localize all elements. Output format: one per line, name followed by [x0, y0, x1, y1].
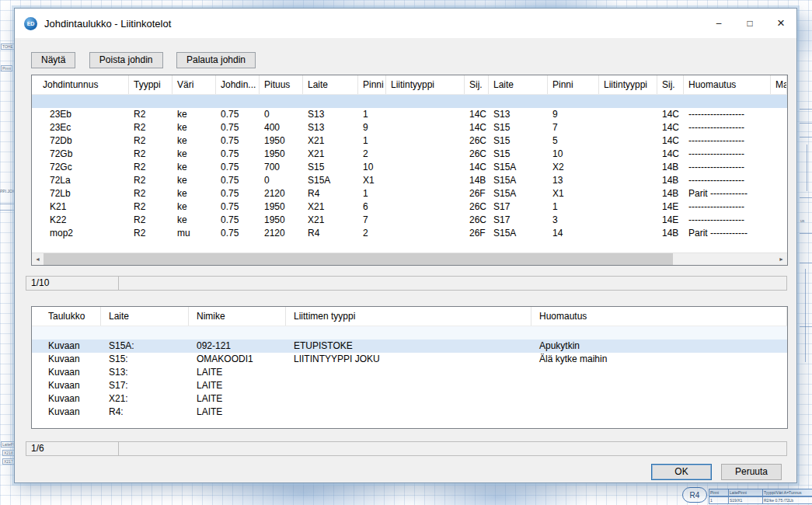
table-cell: Kuvaan	[32, 392, 101, 406]
table-cell	[599, 108, 657, 121]
column-header[interactable]: Liittimen tyyppi	[286, 307, 531, 326]
table-cell	[531, 406, 787, 419]
table-row[interactable]: KuvaanX21:LAITE	[32, 392, 787, 406]
remove-wire-button[interactable]: Poista johdin	[89, 52, 163, 68]
table-cell: S17:	[101, 379, 189, 392]
scrollbar-track[interactable]	[44, 253, 775, 265]
table-cell	[286, 406, 531, 419]
table-cell: 0.75	[216, 148, 260, 161]
table-cell	[531, 379, 787, 392]
column-header[interactable]: Laite	[489, 75, 548, 94]
table-row[interactable]: KuvaanS17:LAITE	[32, 379, 787, 392]
table-row[interactable]: 72DbR2ke0.751950X21126CS15514C----------…	[32, 134, 787, 148]
empty-row[interactable]	[32, 326, 787, 340]
close-button[interactable]: ×	[765, 9, 796, 38]
table-cell: R2	[129, 174, 173, 187]
table-cell: R2	[129, 161, 173, 174]
column-header[interactable]: Väri	[173, 75, 216, 94]
table-cell: LAITE	[189, 406, 286, 419]
table-row[interactable]: KuvaanS15A:092-121ETUPISTOKEApukytkin	[32, 340, 787, 353]
table-cell: 7	[358, 214, 386, 227]
table-cell: ke	[173, 174, 216, 187]
table-row[interactable]: KuvaanR4:LAITE	[32, 406, 787, 419]
table-row[interactable]: K22R2ke0.751950X21726CS17314E-----------…	[32, 214, 787, 227]
column-header[interactable]: Sij.	[657, 75, 684, 94]
table-cell: 1950	[260, 214, 303, 227]
table-cell: R2	[129, 200, 173, 214]
table-cell: 3	[548, 214, 599, 227]
titlebar[interactable]: ED Johdintaulukko - Liitinkotelot – □ ×	[15, 9, 796, 38]
h-scrollbar[interactable]: ◄ ►	[32, 252, 787, 265]
table-cell: 0	[260, 174, 303, 187]
background-line	[800, 263, 812, 263]
column-header[interactable]: Pinni	[548, 75, 599, 94]
table-cell: 0.75	[216, 214, 260, 227]
column-header[interactable]: Johdintunnus	[32, 75, 129, 94]
column-header[interactable]: Huomautus	[684, 75, 771, 94]
column-header[interactable]: Nimike	[189, 307, 286, 326]
table-cell	[286, 379, 531, 392]
column-header[interactable]: Huomautus	[531, 307, 787, 326]
table-row[interactable]: 72GbR2ke0.751950X21226CS151014C---------…	[32, 148, 787, 161]
table-cell: Parit ------------	[684, 187, 771, 200]
table-cell: ------------------	[684, 108, 771, 121]
table-cell: 1950	[260, 200, 303, 214]
column-header[interactable]: Pinni	[358, 75, 386, 94]
table-cell: S15A	[489, 161, 548, 174]
table-cell: ------------------	[684, 148, 771, 161]
maximize-button[interactable]: □	[734, 9, 765, 38]
mini-table-cell: S19/X1	[729, 496, 763, 504]
background-r4-connector: R4	[682, 487, 707, 503]
column-header[interactable]: Liitintyyppi	[386, 75, 465, 94]
table-cell: 14C	[657, 134, 684, 148]
column-header[interactable]: Pituus	[260, 75, 303, 94]
scroll-right-button[interactable]: ►	[775, 253, 787, 265]
table-cell	[531, 366, 787, 379]
table-cell	[771, 148, 787, 161]
table-cell: 1950	[260, 134, 303, 148]
table-cell	[386, 214, 465, 227]
dialog-johdintaulukko: ED Johdintaulukko - Liitinkotelot – □ × …	[14, 8, 797, 483]
table-cell: 0.75	[216, 227, 260, 240]
restore-wire-button[interactable]: Palauta johdin	[176, 52, 256, 68]
show-button[interactable]: Näytä	[31, 52, 75, 68]
table-row[interactable]: mop2R2mu0.752120R4226FS15A1414BParit ---…	[32, 227, 787, 240]
table-cell: 13	[548, 174, 599, 187]
table-row[interactable]: K21R2ke0.751950X21626CS17114E-----------…	[32, 200, 787, 214]
column-header[interactable]: Tyyppi	[129, 75, 173, 94]
scroll-left-button[interactable]: ◄	[32, 253, 44, 265]
table-cell: S13	[303, 108, 358, 121]
table-row[interactable]: 72GcR2ke0.75700S151014CS15AX214B--------…	[32, 161, 787, 174]
column-header[interactable]: Liitintyyppi	[599, 75, 657, 94]
column-header[interactable]: Laite	[303, 75, 358, 94]
table-row[interactable]: KuvaanS15:OMAKOODI1LIITINTYYPPI JOKUÄlä …	[32, 353, 787, 366]
column-header[interactable]: Taulukko	[32, 307, 101, 326]
table-row[interactable]: 72LbR2ke0.752120R4126FS15AX114BParit ---…	[32, 187, 787, 200]
background-line	[0, 204, 14, 204]
table-row[interactable]: 72LaR2ke0.750S15AX114BS15A1314B---------…	[32, 174, 787, 187]
table-cell: 26C	[465, 134, 489, 148]
table-cell	[771, 214, 787, 227]
column-header[interactable]: Johdin...	[216, 75, 260, 94]
column-header[interactable]: Laite	[101, 307, 189, 326]
cancel-button[interactable]: Peruuta	[721, 464, 782, 480]
scrollbar-thumb[interactable]	[44, 253, 673, 265]
table-cell: 0.75	[216, 121, 260, 134]
device-table: TaulukkoLaiteNimikeLiittimen tyyppiHuoma…	[31, 306, 788, 429]
ok-button[interactable]: OK	[651, 464, 712, 480]
wire-table-header: JohdintunnusTyyppiVäriJohdin...PituusLai…	[32, 75, 787, 95]
table-cell: 26C	[465, 200, 489, 214]
table-cell: Kuvaan	[32, 353, 101, 366]
column-header[interactable]: Ma	[771, 75, 787, 94]
table-row[interactable]: 23EcR2ke0.75400S13914CS15714C-----------…	[32, 121, 787, 134]
background-drawing-fragment: TOHE	[1, 44, 15, 50]
table-cell: 14C	[657, 108, 684, 121]
r4-label: R4	[690, 491, 700, 500]
column-header[interactable]: Sij.	[465, 75, 489, 94]
table-cell	[599, 148, 657, 161]
table-cell: 7	[548, 121, 599, 134]
table-row[interactable]: KuvaanS13:LAITE	[32, 366, 787, 379]
table-row[interactable]: 23EbR2ke0.750S13114CS13914C-------------…	[32, 108, 787, 121]
minimize-button[interactable]: –	[703, 9, 734, 38]
selected-empty-row[interactable]	[32, 95, 787, 108]
